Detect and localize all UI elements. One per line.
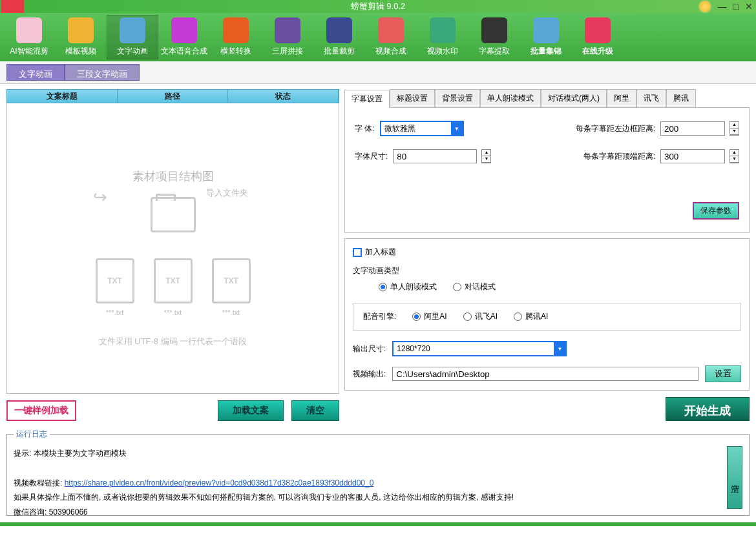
maximize-button[interactable]: □: [733, 1, 739, 12]
col-status: 状态: [228, 90, 339, 103]
toolbar-label: 视频水印: [427, 46, 458, 57]
toolbar-item-0[interactable]: AI智能混剪: [3, 15, 55, 59]
chevron-down-icon[interactable]: ▼: [554, 342, 565, 355]
import-label: 导入文件夹: [206, 187, 248, 199]
tab-1[interactable]: 标题设置: [390, 89, 435, 107]
subtabs: 文字动画 三段文字动画: [0, 61, 756, 84]
clear-button[interactable]: 清空: [291, 400, 339, 421]
output-path-input[interactable]: [392, 367, 698, 381]
output-size-label: 输出尺寸:: [353, 343, 386, 354]
log-clear-button[interactable]: 清空: [727, 446, 742, 509]
subtab-text-anim[interactable]: 文字动画: [6, 64, 65, 81]
tutorial-link[interactable]: https://share.plvideo.cn/front/video/pre…: [65, 478, 374, 487]
list-body: 素材项目结构图 ↪ 导入文件夹 TXT***.txt TXT***.txt TX…: [6, 103, 339, 394]
minimize-button[interactable]: —: [718, 1, 727, 12]
diagram-title: 素材项目结构图: [132, 169, 214, 184]
font-combo[interactable]: 微软雅黑▼: [380, 121, 464, 136]
subtab-three-segment[interactable]: 三段文字动画: [65, 64, 140, 81]
chevron-down-icon[interactable]: ▼: [451, 122, 463, 135]
radio-xunfei[interactable]: [463, 312, 472, 321]
spinner[interactable]: ▲▼: [730, 149, 739, 163]
radio-single-mode[interactable]: [379, 283, 387, 291]
tab-6[interactable]: 讯飞: [636, 89, 666, 107]
tab-5[interactable]: 阿里: [607, 89, 636, 107]
medal-icon: [699, 1, 711, 12]
col-title: 文案标题: [7, 90, 118, 103]
txt-icon: TXT: [154, 258, 193, 303]
list-header: 文案标题 路径 状态: [6, 89, 339, 103]
toolbar-icon: [171, 17, 197, 43]
toolbar-icon: [68, 17, 94, 43]
toolbar-item-3[interactable]: 文本语音合成: [158, 15, 210, 59]
top-dist-input[interactable]: [660, 149, 725, 163]
toolbar-label: 字幕提取: [479, 46, 510, 57]
toolbar-item-11[interactable]: 在线升级: [572, 15, 624, 59]
load-script-button[interactable]: 加载文案: [218, 400, 284, 421]
tab-7[interactable]: 腾讯: [666, 89, 696, 107]
radio-dialog-mode[interactable]: [453, 283, 461, 291]
left-dist-input[interactable]: [660, 121, 725, 136]
txt-icon: TXT: [212, 258, 251, 303]
save-params-button[interactable]: 保存参数: [693, 202, 739, 220]
font-size-label: 字体尺寸:: [355, 151, 388, 162]
toolbar-item-5[interactable]: 三屏拼接: [262, 15, 313, 59]
toolbar-item-2[interactable]: 文字动画: [107, 15, 158, 59]
app-logo: [1, 0, 24, 13]
spinner[interactable]: ▲▼: [730, 121, 739, 136]
toolbar-item-7[interactable]: 视频合成: [365, 15, 417, 59]
load-sample-button[interactable]: 一键样例加载: [6, 400, 76, 421]
lower-settings: 加入标题 文字动画类型 单人朗读模式 对话模式 配音引擎: 阿里AI 讯飞AI …: [344, 238, 750, 391]
tab-4[interactable]: 对话模式(两人): [541, 89, 607, 107]
spinner[interactable]: ▲▼: [481, 149, 491, 163]
settings-tabs: 字幕设置标题设置背景设置单人朗读模式对话模式(两人)阿里讯飞腾讯: [344, 89, 750, 108]
left-panel: 文案标题 路径 状态 素材项目结构图 ↪ 导入文件夹 TXT***.txt TX…: [6, 89, 339, 421]
toolbar-label: AI智能混剪: [10, 46, 48, 57]
output-size-combo[interactable]: 1280*720▼: [392, 341, 567, 356]
radio-tencent[interactable]: [514, 312, 522, 321]
tab-2[interactable]: 背景设置: [435, 89, 480, 107]
toolbar-icon: [275, 17, 300, 43]
add-title-checkbox[interactable]: [353, 248, 362, 257]
top-dist-label: 每条字幕距顶端距离:: [583, 151, 655, 162]
toolbar-item-9[interactable]: 字幕提取: [468, 15, 520, 59]
main-toolbar: AI智能混剪模板视频文字动画文本语音合成横竖转换三屏拼接批量裁剪视频合成视频水印…: [0, 13, 756, 61]
toolbar-item-1[interactable]: 模板视频: [55, 15, 107, 59]
log-content: 提示: 本模块主要为文字动画模块 视频教程链接: https://share.p…: [14, 446, 727, 509]
toolbar-label: 文本语音合成: [161, 46, 207, 57]
font-size-input[interactable]: [393, 149, 477, 163]
engine-label: 配音引擎:: [363, 311, 396, 322]
toolbar-item-6[interactable]: 批量裁剪: [313, 15, 365, 59]
toolbar-icon: [378, 17, 404, 43]
toolbar-label: 三屏拼接: [272, 46, 303, 57]
toolbar-label: 批量裁剪: [324, 46, 355, 57]
toolbar-label: 模板视频: [65, 46, 96, 57]
anim-type-label: 文字动画类型: [353, 265, 741, 276]
diagram-note: 文件采用 UTF-8 编码 一行代表一个语段: [96, 336, 251, 347]
toolbar-item-4[interactable]: 横竖转换: [210, 15, 262, 59]
log-section: 运行日志 提示: 本模块主要为文字动画模块 视频教程链接: https://sh…: [6, 429, 750, 516]
tab-3[interactable]: 单人朗读模式: [480, 89, 541, 107]
tab-0[interactable]: 字幕设置: [344, 90, 390, 108]
toolbar-icon: [430, 17, 456, 43]
set-path-button[interactable]: 设置: [705, 365, 741, 382]
arrow-icon: ↪: [93, 187, 107, 207]
col-path: 路径: [118, 90, 228, 103]
close-button[interactable]: ✕: [745, 1, 753, 12]
folder-icon: [151, 197, 196, 232]
toolbar-label: 批量集锦: [530, 46, 562, 57]
toolbar-label: 视频合成: [375, 46, 406, 57]
add-title-label: 加入标题: [365, 247, 396, 258]
start-generate-button[interactable]: 开始生成: [666, 397, 750, 421]
radio-ali[interactable]: [412, 312, 421, 321]
toolbar-icon: [585, 17, 611, 43]
output-path-label: 视频输出:: [353, 369, 386, 380]
toolbar-label: 横竖转换: [220, 46, 251, 57]
left-dist-label: 每条字幕距左边框距离:: [576, 123, 655, 134]
subtitle-settings: 字 体: 微软雅黑▼ 每条字幕距左边框距离: ▲▼ 字体尺寸: ▲▼ 每条字幕距…: [344, 108, 750, 233]
txt-icon: TXT: [96, 258, 134, 303]
toolbar-item-10[interactable]: 批量集锦: [520, 15, 572, 59]
right-panel: 字幕设置标题设置背景设置单人朗读模式对话模式(两人)阿里讯飞腾讯 字 体: 微软…: [344, 89, 750, 421]
toolbar-icon: [326, 17, 352, 43]
toolbar-item-8[interactable]: 视频水印: [417, 15, 468, 59]
toolbar-icon: [481, 17, 507, 43]
